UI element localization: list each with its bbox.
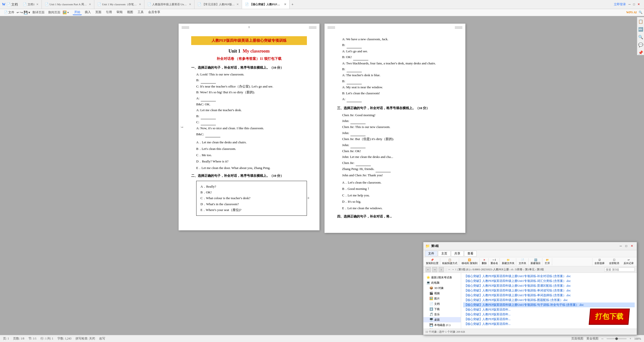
zoom-handle[interactable] [615, 337, 618, 340]
sidebar-icon-3[interactable]: 🔍 [638, 35, 643, 39]
nav-ref[interactable]: 引用 [104, 10, 113, 15]
fe-breadcrumb[interactable]: ← → ↑ | 第5组 (E:) › 0.0001-20231021-人教PEP… [448, 268, 603, 271]
nav-start[interactable]: 开始 [73, 10, 82, 15]
fe-star-icon: ⭐ [426, 276, 430, 279]
tab-3[interactable]: 📄 Unit 1 My classroom（存笔本制） ✕ [94, 0, 144, 9]
format-btn[interactable]: 🖼️ [63, 11, 67, 15]
fe-file-1[interactable]: 【核心突破】人教PEP版英语四年级上册Unit1专项训练-词汇分类练 (含答案）… [463, 279, 635, 283]
fe-video-icon: 🎬 [429, 291, 433, 295]
fe-music-icon: 🎵 [429, 313, 433, 316]
fe-file-3[interactable]: 【核心突破】人教PEP版英语四年级上册Unit1专项训练-单词读写练 (含答案）… [463, 288, 635, 293]
fe-newfolder-icon: 📁 [507, 259, 510, 261]
fe-sidebar-video[interactable]: 🎬 视频 [423, 291, 461, 296]
blank-14 [356, 160, 371, 166]
fe-move-icon: 🔀 [468, 259, 471, 261]
fe-pin-label: 复制到位置 [426, 262, 438, 265]
fe-file-2[interactable]: 【核心突破】人教PEP版英语四年级上册Unit1专项训练-普通区配练 (含答案）… [463, 283, 635, 288]
tab-4-close[interactable]: ✕ [189, 3, 191, 6]
undo-btn[interactable]: ↩ [17, 11, 19, 15]
nav-review[interactable]: 审阅 [115, 10, 124, 15]
tab-2[interactable]: 📄 Unit 1 My classroom Part A 周步... ✕ [42, 0, 94, 9]
tab-6[interactable]: 📄 【核心突破】人教PEP版英语二册：... ✕ [242, 0, 290, 9]
fe-tab-home[interactable]: 主页 [438, 251, 451, 256]
sidebar-icon-2[interactable]: 🔤 [638, 27, 643, 32]
fe-search-input[interactable] [605, 268, 635, 272]
wps-ai-label[interactable]: WPS AI [626, 11, 637, 14]
download-stamp[interactable]: 打包下载 [589, 309, 630, 325]
translate-btn[interactable]: 翻译页面 [31, 10, 46, 15]
fe-status-text: 11 个对象 | 选中 1 个对象 209 KB [425, 330, 465, 334]
tab-1[interactable]: 📄 文档1 ✕ [20, 0, 42, 9]
tab-5-close[interactable]: ✕ [236, 3, 239, 6]
expand-icon[interactable]: + [307, 194, 310, 202]
sidebar-icon-4[interactable]: 💬 [638, 42, 643, 47]
fe-sidebar-dl-label: 下载 [434, 307, 440, 311]
file-menu-icon[interactable]: 📄 文档 [7, 2, 18, 7]
more-btn[interactable]: ▾ [28, 11, 30, 15]
fe-minimize[interactable]: ─ [618, 244, 623, 248]
sidebar-icon-1[interactable]: 📋 [638, 19, 643, 24]
fe-close[interactable]: ✕ [629, 244, 635, 248]
zoom-in-btn[interactable]: + [630, 337, 631, 340]
fe-sidebar-pic[interactable]: 🖼️ 图片 [423, 296, 461, 301]
tab-3-close[interactable]: ✕ [139, 3, 141, 6]
fe-sidebar-c[interactable]: 💾 本地磁盘 (C:) [423, 322, 461, 328]
tab-2-close[interactable]: ✕ [89, 3, 91, 6]
redo-btn[interactable]: ↪ [20, 11, 23, 15]
status-zoom-level[interactable]: 黄金视图 [586, 337, 598, 340]
fe-sidebar-3d[interactable]: 📦 3D 对象 [423, 285, 461, 291]
fe-sidebar-recent[interactable]: ⭐ 最新2期末考试卷 [423, 275, 461, 280]
nav-vip[interactable]: 会员专享 [147, 10, 162, 15]
fe-file-4[interactable]: 【核心突破】人教PEP版英语四年级上册Unit1专项训练-单词选择练 (含答案）… [463, 293, 635, 298]
minimize-button[interactable]: ─ [628, 3, 631, 6]
fe-sidebar-desktop[interactable]: 🖥️ 桌面 [423, 317, 461, 322]
fe-pin-icon: 📌 [431, 259, 434, 261]
tab-5[interactable]: 📄 【常元活形】人教PEP版英语四年级... ✕ [194, 0, 242, 9]
search-icon[interactable]: 🔍 [639, 11, 642, 14]
status-view[interactable]: 页面视图 [571, 337, 583, 340]
fe-maximize[interactable]: □ [624, 244, 629, 248]
sidebar-icon-5[interactable]: 📌 [638, 50, 643, 55]
tab-4[interactable]: 📄 人教版四年级上册英语 Unit 1 My ... ✕ [144, 0, 194, 9]
nav-page[interactable]: 页面 [94, 10, 103, 15]
option2-e: E．Where's your seat（座位)? [200, 207, 303, 213]
comment-btn[interactable]: 翻阅页面 [47, 10, 62, 15]
fe-file-5[interactable]: 【核心突破】人教PEP版英语四年级上册Unit1专项训练-图题配练 (含答案）.… [463, 298, 635, 303]
drag-handle[interactable]: ⋮⋮ [179, 125, 184, 129]
tab-1-close[interactable]: ✕ [36, 3, 38, 6]
tab-6-close[interactable]: ✕ [284, 3, 286, 6]
menu-file[interactable]: 📄 文件 [3, 10, 16, 15]
nav-view[interactable]: 视图 [126, 10, 135, 15]
fe-tab-share[interactable]: 共享 [451, 251, 464, 256]
fe-invert-group: ↩ 反向记录 [622, 258, 636, 266]
fe-back-btn[interactable]: ← [426, 267, 431, 272]
nav-tools[interactable]: 工具 [136, 10, 145, 15]
fe-file-0[interactable]: 【核心突破】人教PEP版英语四年级上册Unit1专项训练-补全对话练 (含答案）… [463, 274, 635, 279]
page-marker-top [249, 26, 249, 28]
option2-a: A．Really? [200, 184, 303, 189]
section2-title: 二、选择正确的句子，补全对话，将序号填在横线上。（10 分） [191, 173, 307, 179]
nav-insert[interactable]: 插入 [83, 10, 92, 15]
doc-page-left: ⋮⋮ 人教PEP版四年级英语上册核心突破专项训练 Unit 1 My class… [179, 24, 319, 230]
save-btn[interactable]: 💾 [24, 11, 28, 15]
menu-bar: 📄 文件 ↩ ↪ 💾 ▾ 翻译页面 翻阅页面 🖼️ ▾ 开始 插入 页面 引用 … [0, 9, 644, 16]
fe-forward-btn[interactable]: → [432, 267, 437, 272]
format-dropdown[interactable]: ▾ [67, 11, 69, 14]
fe-sidebar-music[interactable]: 🎵 音乐 [423, 312, 461, 317]
fe-tab-view[interactable]: 查看 [464, 251, 477, 256]
fe-file-6[interactable]: 【核心突破】人教PEP版英语四年级上册Unit1专项训练-句子训练-补全句子练 … [463, 303, 635, 307]
blank-5 [205, 131, 220, 137]
fe-sidebar-thispc[interactable]: 💻 此电脑 [423, 280, 461, 285]
option2-b: B．OK! [200, 189, 303, 195]
fe-tab-file[interactable]: 文件 [425, 251, 437, 256]
fe-sidebar-docs[interactable]: 📄 文档 [423, 301, 461, 307]
add-tab-button[interactable]: + [290, 0, 296, 9]
close-button[interactable]: ✕ [637, 3, 640, 6]
zoom-out-btn[interactable]: ─ [601, 337, 603, 340]
account-login[interactable]: 立即登录 [614, 2, 626, 7]
fe-up-btn[interactable]: ↑ [439, 267, 444, 272]
option2-d: D．What's in the classroom? [200, 201, 303, 207]
fe-sidebar-dl[interactable]: ⬇️ 下载 [423, 307, 461, 312]
restore-button[interactable]: □ [633, 3, 635, 6]
options2-box: A．Really? B．OK! C．What colour is the tea… [196, 181, 307, 216]
